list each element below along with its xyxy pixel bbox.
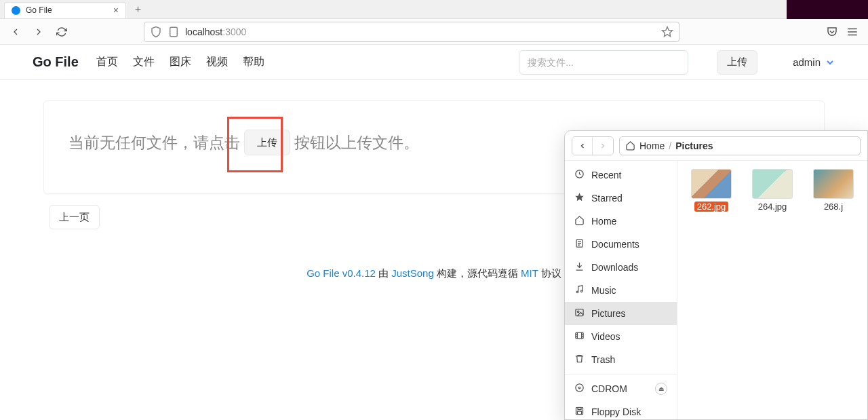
sidebar-item-label: Documents bbox=[591, 239, 639, 250]
svg-marker-1 bbox=[663, 26, 673, 36]
footer-agreement: 协议 bbox=[538, 267, 561, 279]
desktop-background-slice bbox=[787, 0, 868, 19]
sidebar-item-documents[interactable]: Documents bbox=[565, 233, 677, 256]
doc-icon bbox=[574, 238, 585, 250]
sidebar-item-videos[interactable]: Videos bbox=[565, 325, 677, 348]
footer-by: 由 bbox=[376, 267, 391, 279]
file-dialog-header: Home / Pictures bbox=[565, 131, 867, 161]
file-item[interactable]: 262.jpg bbox=[691, 169, 732, 212]
browser-tab-bar: Go File × ＋ – ▢ × bbox=[0, 0, 868, 19]
file-dialog-path-bar[interactable]: Home / Pictures bbox=[619, 136, 861, 155]
sidebar-item-label: Downloads bbox=[591, 262, 638, 273]
home-icon bbox=[625, 140, 635, 151]
sidebar-item-label: Trash bbox=[591, 354, 615, 365]
tab-favicon bbox=[12, 6, 20, 15]
sidebar-item-label: Videos bbox=[591, 331, 620, 342]
forward-button[interactable] bbox=[30, 23, 47, 41]
lock-icon bbox=[167, 26, 180, 38]
sidebar-item-pictures[interactable]: Pictures bbox=[565, 302, 677, 325]
sidebar-item-recent[interactable]: Recent bbox=[565, 164, 677, 187]
menu-icon[interactable] bbox=[846, 26, 859, 38]
reload-button[interactable] bbox=[53, 23, 71, 41]
file-dialog-nav-buttons bbox=[572, 136, 614, 155]
svg-marker-3 bbox=[575, 193, 584, 201]
svg-point-6 bbox=[580, 290, 583, 292]
svg-rect-9 bbox=[576, 332, 583, 339]
sidebar-item-music[interactable]: Music bbox=[565, 279, 677, 302]
svg-point-11 bbox=[578, 387, 580, 389]
file-dialog-forward-button[interactable] bbox=[593, 137, 613, 155]
browser-toolbar: localhost:3000 bbox=[0, 19, 868, 45]
sidebar-item-label: Pictures bbox=[591, 308, 626, 319]
upload-button[interactable]: 上传 bbox=[717, 50, 757, 75]
url-bar[interactable]: localhost:3000 bbox=[144, 22, 679, 42]
nav-files[interactable]: 文件 bbox=[133, 55, 155, 69]
path-home[interactable]: Home bbox=[639, 140, 665, 151]
svg-rect-14 bbox=[577, 411, 581, 414]
empty-text-after: 按钮以上传文件。 bbox=[294, 132, 419, 153]
file-thumbnail bbox=[752, 169, 793, 199]
file-picker-dialog: Home / Pictures RecentStarredHomeDocumen… bbox=[564, 130, 868, 420]
cd-icon bbox=[574, 383, 585, 395]
pocket-icon[interactable] bbox=[826, 26, 838, 38]
file-thumbnail bbox=[813, 169, 854, 199]
sidebar-item-starred[interactable]: Starred bbox=[565, 187, 677, 210]
svg-rect-13 bbox=[578, 408, 581, 410]
video-icon bbox=[574, 330, 585, 343]
back-button[interactable] bbox=[7, 23, 24, 41]
footer-built: 构建，源代码遵循 bbox=[434, 267, 521, 279]
brand-logo[interactable]: Go File bbox=[33, 54, 79, 70]
footer-license-link[interactable]: MIT bbox=[521, 267, 538, 279]
sidebar-item-label: Floppy Disk bbox=[591, 406, 641, 417]
search-input[interactable] bbox=[519, 50, 688, 75]
svg-rect-7 bbox=[576, 309, 583, 316]
eject-icon[interactable]: ⏏ bbox=[655, 383, 667, 395]
url-text: localhost:3000 bbox=[185, 26, 246, 37]
sidebar-item-trash[interactable]: Trash bbox=[565, 348, 677, 371]
browser-tab[interactable]: Go File × bbox=[4, 2, 126, 18]
trash-icon bbox=[574, 354, 585, 366]
svg-point-10 bbox=[576, 384, 583, 392]
file-name-label: 268.j bbox=[813, 202, 854, 212]
close-tab-icon[interactable]: × bbox=[113, 5, 119, 15]
bookmark-star-icon[interactable] bbox=[661, 26, 673, 38]
recent-icon bbox=[574, 169, 585, 181]
footer-app-link[interactable]: Go File v0.4.12 bbox=[307, 267, 376, 279]
file-dialog-back-button[interactable] bbox=[572, 137, 593, 155]
inline-upload-button[interactable]: 上传 bbox=[244, 130, 290, 155]
svg-rect-0 bbox=[170, 27, 178, 37]
file-name-label: 262.jpg bbox=[694, 202, 729, 212]
sidebar-item-floppy-disk[interactable]: Floppy Disk bbox=[565, 400, 677, 419]
nav-help[interactable]: 帮助 bbox=[243, 55, 264, 69]
footer-author-link[interactable]: JustSong bbox=[391, 267, 434, 279]
new-tab-button[interactable]: ＋ bbox=[133, 3, 143, 16]
nav-videos[interactable]: 视频 bbox=[206, 55, 228, 69]
sidebar-divider bbox=[565, 374, 677, 375]
file-name-label: 264.jpg bbox=[752, 202, 793, 212]
prev-page-button[interactable]: 上一页 bbox=[49, 205, 100, 229]
user-menu[interactable]: admin bbox=[793, 56, 835, 68]
path-separator: / bbox=[669, 140, 671, 151]
file-dialog-sidebar: RecentStarredHomeDocumentsDownloadsMusic… bbox=[565, 161, 677, 419]
path-current: Pictures bbox=[675, 140, 713, 151]
username-label: admin bbox=[793, 56, 821, 68]
shield-icon bbox=[150, 26, 162, 38]
svg-point-5 bbox=[576, 291, 578, 293]
sidebar-item-label: Starred bbox=[591, 193, 623, 204]
nav-images[interactable]: 图床 bbox=[170, 55, 191, 69]
empty-text-before: 当前无任何文件，请点击 bbox=[68, 132, 240, 153]
nav-home[interactable]: 首页 bbox=[96, 55, 118, 69]
sidebar-item-label: Recent bbox=[591, 170, 621, 180]
file-item[interactable]: 268.j bbox=[813, 169, 854, 212]
home-icon bbox=[574, 215, 585, 227]
sidebar-item-downloads[interactable]: Downloads bbox=[565, 256, 677, 279]
sidebar-item-home[interactable]: Home bbox=[565, 210, 677, 233]
sidebar-item-cdrom[interactable]: CDROM⏏ bbox=[565, 377, 677, 400]
sidebar-item-label: Music bbox=[591, 285, 616, 296]
file-item[interactable]: 264.jpg bbox=[752, 169, 793, 212]
tab-title: Go File bbox=[26, 5, 52, 15]
sidebar-item-label: CDROM bbox=[591, 383, 627, 394]
download-icon bbox=[574, 261, 585, 273]
music-icon bbox=[574, 284, 585, 297]
star-icon bbox=[574, 192, 585, 204]
